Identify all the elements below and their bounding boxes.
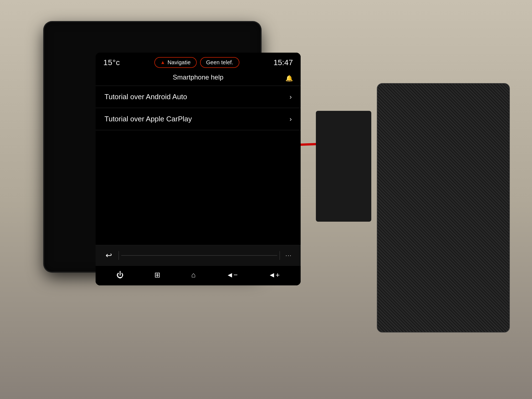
car-infotainment-screen: 15°c ▲ Navigatie Geen telef. 15:47 Smart… xyxy=(96,53,301,285)
bottom-toolbar: ↩ ··· xyxy=(96,245,301,265)
vent-area xyxy=(316,111,371,222)
carbon-fiber-panel xyxy=(377,83,510,332)
screen-header: 15°c ▲ Navigatie Geen telef. 15:47 xyxy=(96,53,301,71)
page-title-bar: Smartphone help 🔔 xyxy=(96,71,301,86)
back-button[interactable]: ↩ xyxy=(101,249,116,262)
page-title: Smartphone help xyxy=(173,73,224,81)
toolbar-divider-right xyxy=(280,251,280,260)
navigation-button[interactable]: ▲ Navigatie xyxy=(154,57,197,68)
phone-button[interactable]: Geen telef. xyxy=(200,57,239,68)
navigation-arrow-icon: ▲ xyxy=(160,60,165,65)
more-options-button[interactable]: ··· xyxy=(282,250,295,261)
progress-bar xyxy=(121,255,277,256)
info-icon[interactable]: 🔔 xyxy=(285,75,293,82)
screen-bezel: 15°c ▲ Navigatie Geen telef. 15:47 Smart… xyxy=(44,22,260,272)
menu-content: Tutorial over Android Auto › Tutorial ov… xyxy=(96,86,301,245)
phone-button-label: Geen telef. xyxy=(206,59,233,66)
menu-item-apple-carplay[interactable]: Tutorial over Apple CarPlay › xyxy=(96,108,301,130)
power-button[interactable]: ⏻ xyxy=(112,269,127,281)
system-bar: ⏻ ⊞ ⌂ ◄− ◄+ xyxy=(96,265,301,285)
android-auto-label: Tutorial over Android Auto xyxy=(104,93,187,101)
temperature-display: 15°c xyxy=(103,58,120,67)
apple-carplay-label: Tutorial over Apple CarPlay xyxy=(104,115,192,123)
menu-item-android-auto[interactable]: Tutorial over Android Auto › xyxy=(96,86,301,108)
nav-button-group: ▲ Navigatie Geen telef. xyxy=(154,57,239,68)
toolbar-row: ↩ ··· xyxy=(101,249,295,262)
volume-down-button[interactable]: ◄− xyxy=(222,269,242,281)
home-button[interactable]: ⌂ xyxy=(187,269,200,281)
toolbar-divider-left xyxy=(119,251,119,260)
scene: 15°c ▲ Navigatie Geen telef. 15:47 Smart… xyxy=(0,0,532,399)
clock-display: 15:47 xyxy=(273,58,293,67)
volume-up-button[interactable]: ◄+ xyxy=(265,269,284,281)
grid-button[interactable]: ⊞ xyxy=(150,269,164,281)
chevron-right-icon-carplay: › xyxy=(290,115,292,123)
chevron-right-icon-android: › xyxy=(290,93,292,101)
navigation-button-label: Navigatie xyxy=(167,59,190,66)
